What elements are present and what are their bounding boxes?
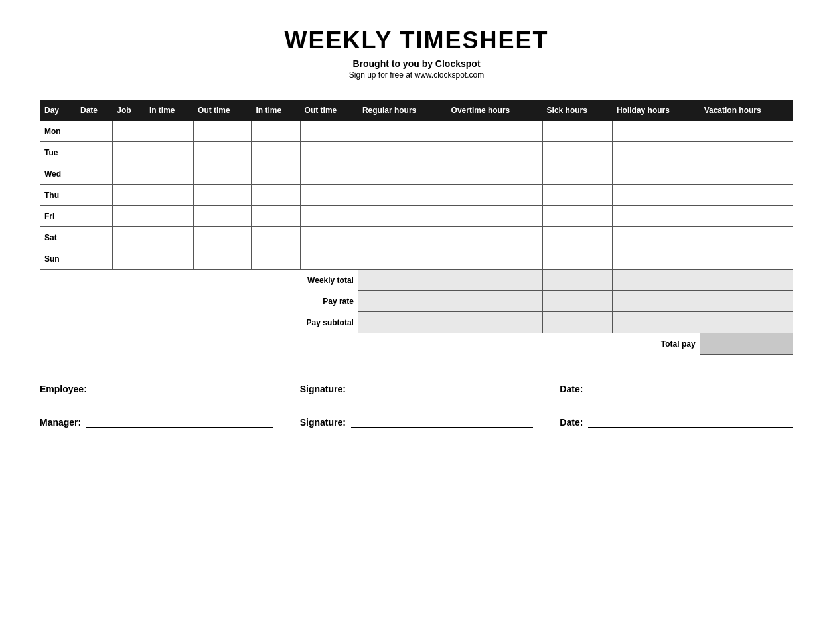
cell[interactable]	[194, 248, 252, 270]
cell[interactable]	[76, 206, 112, 227]
cell[interactable]	[145, 121, 193, 142]
cell[interactable]	[612, 142, 700, 163]
cell[interactable]	[76, 185, 112, 206]
manager-signature-line[interactable]	[351, 414, 533, 428]
cell[interactable]	[542, 163, 612, 185]
page-title: WEEKLY TIMESHEET	[40, 27, 793, 54]
employee-line[interactable]	[92, 381, 273, 394]
cell[interactable]	[145, 142, 193, 163]
pay-subtotal-vacation[interactable]	[700, 312, 793, 333]
cell[interactable]	[700, 206, 793, 227]
cell[interactable]	[447, 142, 542, 163]
cell[interactable]	[447, 121, 542, 142]
cell[interactable]	[252, 248, 300, 270]
cell[interactable]	[612, 163, 700, 185]
cell[interactable]	[542, 206, 612, 227]
weekly-total-vacation[interactable]	[700, 270, 793, 291]
cell[interactable]	[447, 227, 542, 248]
cell[interactable]	[447, 206, 542, 227]
cell[interactable]	[252, 185, 300, 206]
pay-subtotal-sick[interactable]	[542, 312, 612, 333]
cell[interactable]	[113, 185, 145, 206]
cell[interactable]	[542, 121, 612, 142]
cell[interactable]	[542, 227, 612, 248]
cell[interactable]	[113, 142, 145, 163]
cell[interactable]	[252, 206, 300, 227]
cell[interactable]	[300, 185, 358, 206]
cell[interactable]	[76, 248, 112, 270]
cell[interactable]	[113, 163, 145, 185]
cell[interactable]	[76, 142, 112, 163]
manager-line[interactable]	[86, 414, 273, 428]
cell[interactable]	[194, 227, 252, 248]
cell[interactable]	[145, 206, 193, 227]
cell[interactable]	[194, 206, 252, 227]
total-pay-value[interactable]	[700, 333, 793, 355]
cell[interactable]	[300, 227, 358, 248]
cell[interactable]	[252, 227, 300, 248]
cell[interactable]	[300, 121, 358, 142]
cell[interactable]	[447, 248, 542, 270]
cell[interactable]	[358, 248, 447, 270]
cell[interactable]	[194, 163, 252, 185]
cell[interactable]	[612, 185, 700, 206]
cell[interactable]	[76, 163, 112, 185]
cell[interactable]	[300, 163, 358, 185]
cell[interactable]	[194, 185, 252, 206]
cell[interactable]	[252, 163, 300, 185]
pay-rate-regular[interactable]	[358, 291, 447, 312]
cell[interactable]	[612, 248, 700, 270]
employee-date-line[interactable]	[588, 381, 793, 394]
cell[interactable]	[113, 227, 145, 248]
cell[interactable]	[76, 121, 112, 142]
cell[interactable]	[700, 248, 793, 270]
cell[interactable]	[76, 227, 112, 248]
cell[interactable]	[700, 227, 793, 248]
cell[interactable]	[252, 142, 300, 163]
pay-subtotal-regular[interactable]	[358, 312, 447, 333]
cell[interactable]	[447, 163, 542, 185]
cell[interactable]	[145, 248, 193, 270]
cell[interactable]	[358, 206, 447, 227]
cell[interactable]	[700, 142, 793, 163]
cell[interactable]	[542, 185, 612, 206]
cell[interactable]	[358, 185, 447, 206]
cell[interactable]	[612, 206, 700, 227]
weekly-total-regular[interactable]	[358, 270, 447, 291]
employee-signature-line[interactable]	[351, 381, 533, 394]
weekly-total-holiday[interactable]	[612, 270, 700, 291]
cell[interactable]	[542, 248, 612, 270]
cell[interactable]	[252, 121, 300, 142]
cell[interactable]	[113, 206, 145, 227]
cell[interactable]	[194, 121, 252, 142]
cell[interactable]	[113, 248, 145, 270]
cell[interactable]	[358, 163, 447, 185]
cell[interactable]	[145, 163, 193, 185]
cell[interactable]	[358, 121, 447, 142]
cell[interactable]	[145, 227, 193, 248]
pay-rate-sick[interactable]	[542, 291, 612, 312]
pay-rate-vacation[interactable]	[700, 291, 793, 312]
pay-rate-overtime[interactable]	[447, 291, 542, 312]
pay-subtotal-overtime[interactable]	[447, 312, 542, 333]
cell[interactable]	[612, 121, 700, 142]
cell[interactable]	[700, 121, 793, 142]
cell[interactable]	[113, 121, 145, 142]
cell[interactable]	[300, 248, 358, 270]
cell[interactable]	[194, 142, 252, 163]
cell[interactable]	[542, 142, 612, 163]
cell[interactable]	[700, 185, 793, 206]
cell[interactable]	[447, 185, 542, 206]
cell[interactable]	[358, 142, 447, 163]
pay-subtotal-holiday[interactable]	[612, 312, 700, 333]
weekly-total-overtime[interactable]	[447, 270, 542, 291]
weekly-total-sick[interactable]	[542, 270, 612, 291]
cell[interactable]	[300, 142, 358, 163]
manager-date-line[interactable]	[588, 414, 793, 428]
cell[interactable]	[300, 206, 358, 227]
cell[interactable]	[358, 227, 447, 248]
cell[interactable]	[145, 185, 193, 206]
pay-rate-holiday[interactable]	[612, 291, 700, 312]
cell[interactable]	[612, 227, 700, 248]
cell[interactable]	[700, 163, 793, 185]
